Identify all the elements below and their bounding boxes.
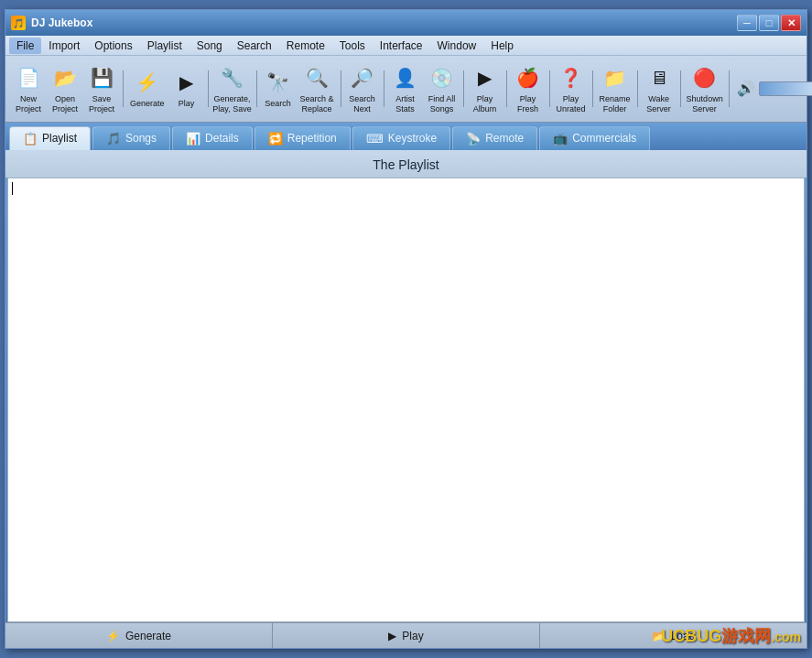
- toolbar-btn-search-replace[interactable]: 🔍Search & Replace: [298, 59, 337, 118]
- search-replace-label: Search & Replace: [300, 94, 334, 114]
- play-fresh-label: Play Fresh: [517, 94, 538, 114]
- app-icon: 🎵: [11, 16, 26, 30]
- keystroke-tab-label: Keystroke: [388, 132, 437, 145]
- toolbar-btn-new-project[interactable]: 📄New Project: [11, 59, 46, 118]
- tab-keystroke[interactable]: ⌨Keystroke: [352, 126, 450, 150]
- toolbar-btn-play[interactable]: ▶Play: [169, 64, 204, 113]
- new-project-icon: 📄: [14, 63, 43, 92]
- toolbar: 📄New Project📂Open Project💾Save Project⚡G…: [5, 56, 807, 123]
- generate-label: Generate: [130, 99, 165, 109]
- generate-btn-icon: ⚡: [106, 630, 120, 642]
- repetition-tab-icon: 🔁: [268, 132, 283, 146]
- play-album-icon: ▶: [471, 63, 500, 92]
- tab-details[interactable]: 📊Details: [172, 126, 253, 150]
- shutdown-server-icon: 🔴: [690, 63, 720, 92]
- play-btn-label: Play: [402, 630, 423, 642]
- menu-item-playlist[interactable]: Playlist: [140, 38, 189, 54]
- rename-folder-icon: 📁: [601, 63, 630, 92]
- toolbar-separator-3: [123, 70, 124, 107]
- toolbar-btn-rename-folder[interactable]: 📁Rename Folder: [597, 59, 633, 118]
- toolbar-separator-9: [384, 70, 384, 107]
- load-btn[interactable]: 📂Load: [540, 623, 807, 648]
- commercials-tab-icon: 📺: [553, 132, 568, 146]
- open-project-label: Open Project: [52, 94, 78, 114]
- find-all-songs-icon: 💿: [428, 63, 457, 92]
- toolbar-separator-8: [341, 70, 341, 107]
- find-all-songs-label: Find All Songs: [428, 94, 456, 114]
- songs-tab-icon: 🎵: [106, 132, 121, 146]
- toolbar-separator-14: [592, 70, 593, 107]
- window-title: DJ Jukebox: [31, 16, 737, 29]
- playlist-title: The Playlist: [5, 150, 807, 178]
- toolbar-btn-search[interactable]: 🔭Search: [261, 64, 296, 113]
- menu-item-search[interactable]: Search: [230, 38, 279, 54]
- details-tab-label: Details: [205, 132, 239, 145]
- toolbar-btn-play-album[interactable]: ▶Play Album: [468, 59, 503, 118]
- toolbar-btn-find-all-songs[interactable]: 💿Find All Songs: [425, 59, 460, 118]
- menu-item-file[interactable]: File: [9, 38, 41, 54]
- volume-control: 🔊: [737, 80, 812, 97]
- toolbar-separator-12: [506, 70, 507, 107]
- play-album-label: Play Album: [473, 94, 497, 114]
- menu-item-interface[interactable]: Interface: [373, 38, 430, 54]
- menu-item-window[interactable]: Window: [430, 38, 484, 54]
- toolbar-btn-shutdown-server[interactable]: 🔴Shutdown Server: [685, 59, 725, 118]
- search-label: Search: [265, 99, 291, 109]
- songs-tab-label: Songs: [125, 132, 157, 145]
- play-icon: ▶: [172, 68, 201, 97]
- play-fresh-icon: 🍎: [514, 63, 543, 92]
- toolbar-btn-artist-stats[interactable]: 👤Artist Stats: [388, 59, 423, 118]
- close-button[interactable]: ✕: [781, 15, 801, 31]
- minimize-button[interactable]: ─: [737, 15, 757, 31]
- toolbar-btn-generate-play-save[interactable]: 🔧Generate, Play, Save: [212, 59, 253, 118]
- artist-stats-icon: 👤: [391, 63, 420, 92]
- toolbar-separator-volume: [729, 70, 730, 107]
- repetition-tab-label: Repetition: [287, 132, 337, 145]
- save-project-label: Save Project: [89, 94, 114, 114]
- search-icon: 🔭: [264, 68, 293, 97]
- tab-songs[interactable]: 🎵Songs: [92, 126, 170, 150]
- menu-item-import[interactable]: Import: [41, 38, 87, 54]
- toolbar-separator-11: [463, 70, 464, 107]
- tab-remote[interactable]: 📡Remote: [452, 126, 537, 150]
- commercials-tab-label: Commercials: [572, 132, 636, 145]
- main-window: 🎵 DJ Jukebox ─ □ ✕ FileImportOptionsPlay…: [5, 9, 807, 649]
- toolbar-btn-search-next[interactable]: 🔎Search Next: [345, 59, 380, 118]
- toolbar-separator-16: [680, 70, 681, 107]
- status-bar: ⚡Generate▶Play📂Load: [5, 622, 807, 648]
- maximize-button[interactable]: □: [759, 15, 779, 31]
- tab-repetition[interactable]: 🔁Repetition: [254, 126, 351, 150]
- tabs-container: 📋Playlist🎵Songs📊Details🔁Repetition⌨Keyst…: [5, 123, 807, 150]
- remote-tab-label: Remote: [485, 132, 524, 145]
- toolbar-separator-6: [256, 70, 257, 107]
- menu-item-song[interactable]: Song: [189, 38, 230, 54]
- toolbar-btn-wake-server[interactable]: 🖥Wake Server: [642, 59, 677, 118]
- playlist-tab-icon: 📋: [23, 132, 38, 146]
- search-replace-icon: 🔍: [302, 63, 331, 92]
- menu-item-remote[interactable]: Remote: [279, 38, 332, 54]
- generate-play-save-label: Generate, Play, Save: [212, 94, 251, 114]
- toolbar-btn-open-project[interactable]: 📂Open Project: [48, 59, 82, 118]
- menu-item-options[interactable]: Options: [87, 38, 139, 54]
- generate-btn-label: Generate: [125, 630, 171, 642]
- play-unrated-icon: ❓: [557, 63, 586, 92]
- toolbar-btn-generate[interactable]: ⚡Generate: [127, 64, 168, 113]
- generate-btn[interactable]: ⚡Generate: [5, 623, 273, 648]
- play-btn[interactable]: ▶Play: [273, 623, 540, 648]
- artist-stats-label: Artist Stats: [395, 94, 415, 114]
- toolbar-separator-13: [549, 70, 550, 107]
- menu-item-tools[interactable]: Tools: [332, 38, 373, 54]
- load-btn-icon: 📂: [652, 630, 666, 642]
- volume-icon: 🔊: [737, 80, 755, 97]
- load-btn-label: Load: [671, 630, 696, 642]
- save-project-icon: 💾: [87, 63, 116, 92]
- toolbar-btn-save-project[interactable]: 💾Save Project: [84, 59, 119, 118]
- tab-commercials[interactable]: 📺Commercials: [539, 126, 650, 150]
- toolbar-btn-play-fresh[interactable]: 🍎Play Fresh: [511, 59, 546, 118]
- menu-item-help[interactable]: Help: [483, 38, 521, 54]
- volume-slider[interactable]: [759, 81, 812, 96]
- toolbar-btn-play-unrated[interactable]: ❓Play Unrated: [554, 59, 589, 118]
- wake-server-icon: 🖥: [644, 63, 674, 92]
- tab-playlist[interactable]: 📋Playlist: [9, 126, 91, 150]
- playlist-area[interactable]: [7, 178, 805, 622]
